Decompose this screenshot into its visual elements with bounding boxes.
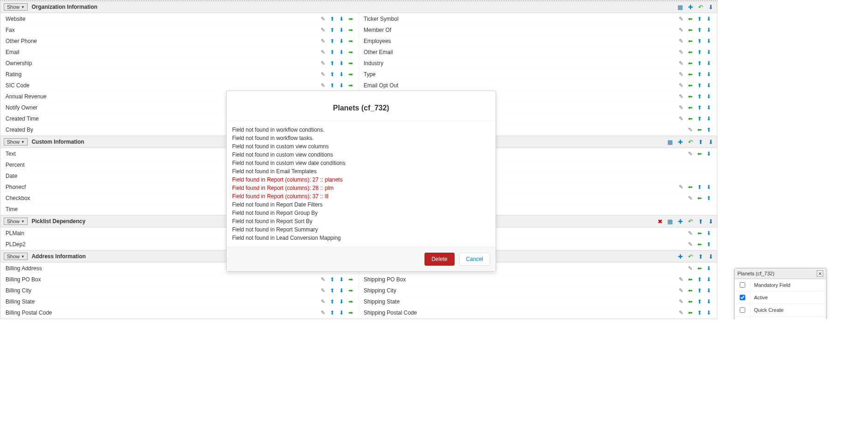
edit-icon[interactable]: ✎ [320,82,326,89]
arrow-up-icon[interactable]: ⬆ [696,49,703,55]
arrow-right-icon[interactable]: ➡ [347,49,354,55]
edit-icon[interactable]: ✎ [678,38,684,44]
edit-icon[interactable]: ✎ [678,276,684,283]
arrow-left-icon[interactable]: ⬅ [696,241,703,248]
arrow-up-icon[interactable]: ⬆ [696,287,703,294]
arrow-down-icon[interactable]: ⬇ [338,82,345,89]
popover-close-button[interactable]: ✕ [817,270,823,277]
popover-checkbox[interactable] [740,295,745,300]
arrow-left-icon[interactable]: ⬅ [687,27,694,33]
arrow-left-icon[interactable]: ⬅ [687,82,694,89]
edit-icon[interactable]: ✎ [678,49,684,55]
popover-checkbox[interactable] [740,282,745,288]
edit-icon[interactable]: ✎ [687,241,694,248]
arrow-right-icon[interactable]: ➡ [347,60,354,67]
popover-checkbox[interactable] [740,307,745,313]
undo-icon[interactable]: ↶ [697,4,704,10]
arrow-down-icon[interactable]: ⬇ [706,71,712,78]
arrow-down-icon[interactable]: ⬇ [338,27,345,33]
arrow-up-icon[interactable]: ⬆ [706,127,712,133]
arrow-left-icon[interactable]: ⬅ [687,71,694,78]
add-icon[interactable]: ✚ [677,218,683,225]
edit-icon[interactable]: ✎ [687,265,694,272]
arrow-down-icon[interactable]: ⬇ [706,93,712,100]
arrow-up-icon[interactable]: ⬆ [696,93,703,100]
edit-icon[interactable]: ✎ [320,310,326,316]
edit-icon[interactable]: ✎ [320,27,326,33]
modal-cancel-button[interactable]: Cancel [459,253,490,266]
arrow-up-icon[interactable]: ⬆ [696,298,703,305]
arrow-down-icon[interactable]: ⬇ [706,115,712,122]
arrow-up-icon[interactable]: ⬆ [329,298,335,305]
layout-icon[interactable]: ▦ [667,218,673,225]
arrow-left-icon[interactable]: ⬅ [687,60,694,67]
arrow-up-icon[interactable]: ⬆ [329,310,335,316]
arrow-left-icon[interactable]: ⬅ [687,310,694,316]
arrow-down-icon[interactable]: ⬇ [706,151,712,157]
arrow-up-icon[interactable]: ⬆ [696,184,703,190]
arrow-down-icon[interactable]: ⬇ [706,310,712,316]
arrow-left-icon[interactable]: ⬅ [696,195,703,201]
arrow-down-icon[interactable]: ⬇ [706,104,712,111]
arrow-left-icon[interactable]: ⬅ [687,16,694,22]
arrow-down-icon[interactable]: ⬇ [706,82,712,89]
edit-icon[interactable]: ✎ [320,71,326,78]
arrow-down-icon[interactable]: ⬇ [707,253,714,260]
arrow-down-icon[interactable]: ⬇ [707,218,714,225]
arrow-down-icon[interactable]: ⬇ [707,139,714,145]
arrow-down-icon[interactable]: ⬇ [707,4,714,10]
arrow-up-icon[interactable]: ⬆ [329,82,335,89]
arrow-up-icon[interactable]: ⬆ [696,310,703,316]
arrow-left-icon[interactable]: ⬅ [687,276,694,283]
edit-icon[interactable]: ✎ [320,276,326,283]
arrow-up-icon[interactable]: ⬆ [696,60,703,67]
arrow-up-icon[interactable]: ⬆ [697,253,704,260]
arrow-up-icon[interactable]: ⬆ [696,104,703,111]
arrow-down-icon[interactable]: ⬇ [706,16,712,22]
arrow-down-icon[interactable]: ⬇ [706,49,712,55]
arrow-up-icon[interactable]: ⬆ [696,115,703,122]
arrow-up-icon[interactable]: ⬆ [696,38,703,44]
arrow-right-icon[interactable]: ➡ [347,298,354,305]
arrow-left-icon[interactable]: ⬅ [687,104,694,111]
show-dropdown[interactable]: Show▼ [4,253,28,260]
show-dropdown[interactable]: Show▼ [4,218,28,225]
arrow-down-icon[interactable]: ⬇ [706,230,712,237]
arrow-down-icon[interactable]: ⬇ [338,60,345,67]
arrow-right-icon[interactable]: ➡ [347,71,354,78]
arrow-up-icon[interactable]: ⬆ [706,195,712,201]
arrow-right-icon[interactable]: ➡ [347,27,354,33]
edit-icon[interactable]: ✎ [678,27,684,33]
arrow-left-icon[interactable]: ⬅ [696,127,703,133]
arrow-up-icon[interactable]: ⬆ [696,16,703,22]
layout-icon[interactable]: ▦ [667,139,673,145]
edit-icon[interactable]: ✎ [687,195,694,201]
arrow-down-icon[interactable]: ⬇ [706,60,712,67]
arrow-down-icon[interactable]: ⬇ [706,287,712,294]
arrow-up-icon[interactable]: ⬆ [329,49,335,55]
add-icon[interactable]: ✚ [677,253,683,260]
layout-icon[interactable]: ▦ [677,4,683,10]
arrow-up-icon[interactable]: ⬆ [697,139,704,145]
edit-icon[interactable]: ✎ [678,71,684,78]
arrow-down-icon[interactable]: ⬇ [338,298,345,305]
arrow-up-icon[interactable]: ⬆ [329,16,335,22]
arrow-up-icon[interactable]: ⬆ [329,27,335,33]
edit-icon[interactable]: ✎ [320,298,326,305]
edit-icon[interactable]: ✎ [678,115,684,122]
edit-icon[interactable]: ✎ [678,310,684,316]
arrow-up-icon[interactable]: ⬆ [696,276,703,283]
arrow-left-icon[interactable]: ⬅ [696,151,703,157]
arrow-up-icon[interactable]: ⬆ [697,218,704,225]
arrow-down-icon[interactable]: ⬇ [338,16,345,22]
arrow-left-icon[interactable]: ⬅ [687,298,694,305]
arrow-right-icon[interactable]: ➡ [347,82,354,89]
arrow-up-icon[interactable]: ⬆ [329,276,335,283]
add-icon[interactable]: ✚ [687,4,694,10]
arrow-up-icon[interactable]: ⬆ [329,287,335,294]
arrow-right-icon[interactable]: ➡ [347,16,354,22]
edit-icon[interactable]: ✎ [687,151,694,157]
modal-delete-button[interactable]: Delete [425,253,455,266]
edit-icon[interactable]: ✎ [320,38,326,44]
arrow-left-icon[interactable]: ⬅ [696,230,703,237]
